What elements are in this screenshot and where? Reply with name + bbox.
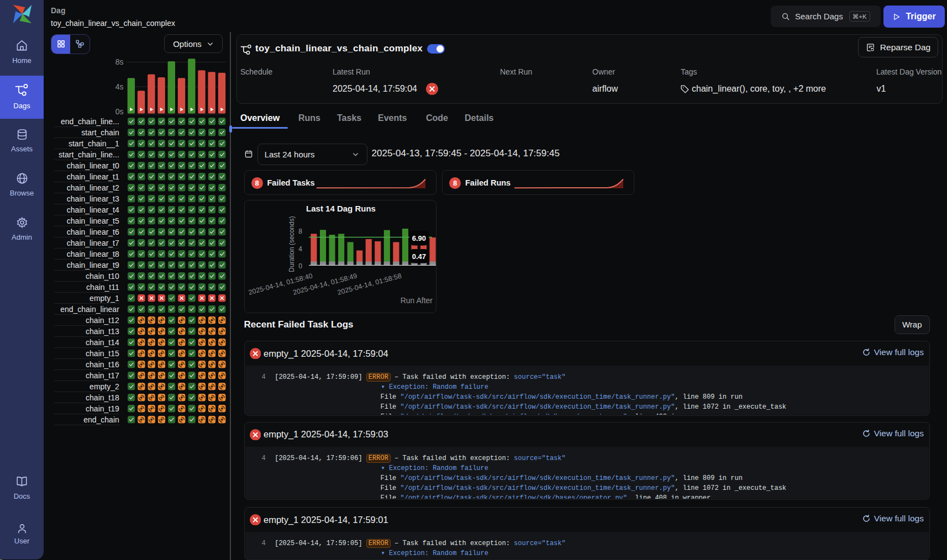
- svg-text:chain_linear_t2: chain_linear_t2: [67, 183, 119, 192]
- svg-text:chain_t15: chain_t15: [86, 349, 119, 358]
- svg-text:0.47: 0.47: [412, 252, 425, 261]
- svg-text:chain_t18: chain_t18: [86, 393, 119, 402]
- svg-text:chain_t16: chain_t16: [86, 360, 119, 369]
- svg-text:chain_t13: chain_t13: [86, 327, 119, 336]
- svg-text:chain_t19: chain_t19: [86, 404, 119, 413]
- svg-text:Run After: Run After: [400, 296, 433, 305]
- svg-text:chain_t12: chain_t12: [86, 316, 119, 325]
- svg-text:4: 4: [298, 245, 302, 253]
- svg-text:chain_t10: chain_t10: [86, 272, 119, 281]
- svg-text:chain_t14: chain_t14: [86, 338, 119, 347]
- svg-text:end_chain_linear: end_chain_linear: [60, 305, 119, 314]
- svg-text:chain_t17: chain_t17: [86, 371, 119, 380]
- svg-text:chain_linear_t7: chain_linear_t7: [67, 239, 119, 247]
- svg-text:6.90: 6.90: [412, 234, 425, 242]
- svg-text:chain_linear_t6: chain_linear_t6: [67, 228, 119, 236]
- svg-text:Last 14 Dag Runs: Last 14 Dag Runs: [306, 204, 376, 213]
- svg-text:start_chain_line...: start_chain_line...: [59, 150, 119, 159]
- svg-text:chain_t11: chain_t11: [86, 283, 119, 292]
- svg-text:chain_linear_t5: chain_linear_t5: [67, 216, 119, 225]
- svg-text:chain_linear_t3: chain_linear_t3: [67, 194, 119, 203]
- svg-text:8s: 8s: [115, 57, 124, 66]
- svg-text:0s: 0s: [115, 107, 124, 116]
- svg-text:start_chain: start_chain: [81, 128, 119, 137]
- svg-text:start_chain__1: start_chain__1: [69, 139, 119, 148]
- svg-text:chain_linear_t1: chain_linear_t1: [67, 172, 119, 181]
- svg-text:empty_1: empty_1: [90, 294, 119, 303]
- svg-text:chain_linear_t9: chain_linear_t9: [67, 261, 119, 270]
- svg-text:Duration (seconds): Duration (seconds): [288, 216, 296, 272]
- svg-text:4s: 4s: [115, 82, 124, 91]
- svg-text:end_chain: end_chain: [83, 415, 119, 424]
- svg-text:chain_linear_t8: chain_linear_t8: [67, 250, 119, 258]
- svg-text:chain_linear_t0: chain_linear_t0: [67, 161, 119, 170]
- svg-text:0: 0: [298, 262, 302, 270]
- svg-text:empty_2: empty_2: [90, 382, 119, 391]
- svg-text:chain_linear_t4: chain_linear_t4: [67, 205, 119, 214]
- svg-text:end_chain_line...: end_chain_line...: [61, 117, 119, 126]
- svg-text:8: 8: [298, 228, 302, 235]
